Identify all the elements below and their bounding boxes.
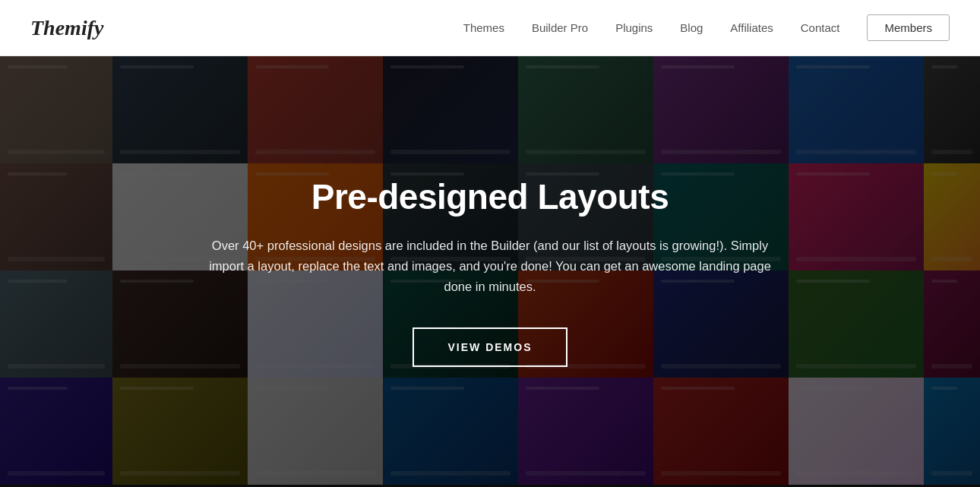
hero-title: Pre-designed Layouts — [194, 176, 786, 217]
nav-blog[interactable]: Blog — [680, 21, 703, 34]
hero-section: Pre-designed Layouts Over 40+ profession… — [0, 56, 980, 487]
nav-builder-pro[interactable]: Builder Pro — [532, 21, 588, 34]
nav-affiliates[interactable]: Affiliates — [730, 21, 773, 34]
hero-description: Over 40+ professional designs are includ… — [194, 236, 786, 298]
view-demos-button[interactable]: VIEW DEMOS — [413, 327, 567, 367]
main-nav: Themes Builder Pro Plugins Blog Affiliat… — [463, 14, 950, 41]
nav-plugins[interactable]: Plugins — [615, 21, 653, 34]
logo[interactable]: Themify — [30, 16, 103, 40]
members-button[interactable]: Members — [867, 14, 950, 41]
header: Themify Themes Builder Pro Plugins Blog … — [0, 0, 980, 56]
nav-themes[interactable]: Themes — [463, 21, 504, 34]
nav-contact[interactable]: Contact — [801, 21, 840, 34]
hero-content: Pre-designed Layouts Over 40+ profession… — [179, 176, 801, 368]
